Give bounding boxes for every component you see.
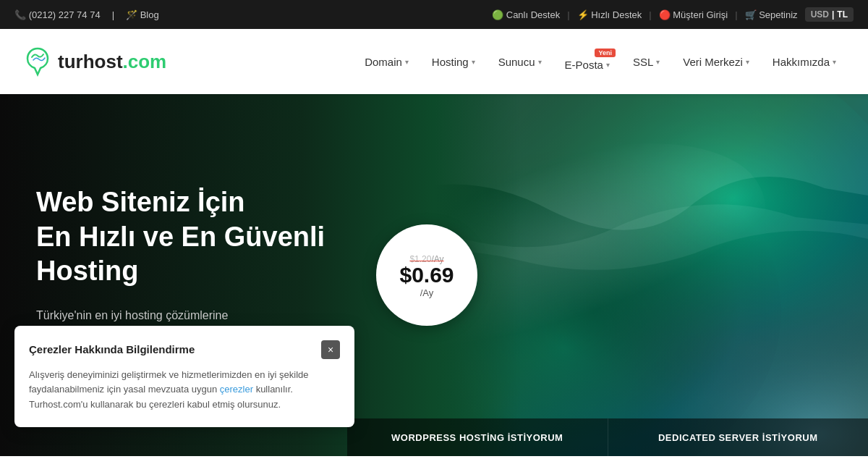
lang-usd: USD xyxy=(811,9,829,20)
hero-bottom-buttons: WORDPRESS HOSTİNG İSTİYORUM DEDICATED SE… xyxy=(347,418,868,456)
power-icon: 🔴 xyxy=(659,9,671,20)
top-bar-right: 🟢 Canlı Destek | ⚡ Hızlı Destek | 🔴 Müşt… xyxy=(492,7,854,22)
cart-icon: 🛒 xyxy=(745,9,757,20)
chevron-down-icon: ▾ xyxy=(538,58,542,66)
dedicated-server-button[interactable]: DEDICATED SERVER İSTİYORUM xyxy=(608,418,869,456)
top-bar-left: 📞 (0212) 227 74 74 | 🪄 Blog xyxy=(14,9,159,20)
logo-text: turhost.com xyxy=(58,51,166,73)
chevron-down-icon: ▾ xyxy=(472,58,475,66)
hero-section: Web Siteniz İçinEn Hızlı ve En GüvenliHo… xyxy=(0,94,868,456)
lightning-icon: ⚡ xyxy=(577,9,589,20)
musteri-girisi-link[interactable]: 🔴 Müşteri Girişi xyxy=(659,9,728,20)
hizli-destek-link[interactable]: ⚡ Hızlı Destek xyxy=(577,9,642,20)
cookie-policy-link[interactable]: çerezler xyxy=(220,384,253,395)
cookie-close-button[interactable]: × xyxy=(321,340,340,359)
price-unit: /Ay xyxy=(420,287,434,298)
chevron-down-icon: ▾ xyxy=(656,58,660,66)
sepet-link[interactable]: 🛒 Sepetiniz xyxy=(745,9,798,20)
price-circle: $1.20/Ay $0.69 /Ay xyxy=(376,224,477,326)
chevron-down-icon: ▾ xyxy=(606,61,610,69)
header: turhost.com Domain ▾ Hosting ▾ Sunucu ▾ … xyxy=(0,29,868,94)
chevron-down-icon: ▾ xyxy=(746,58,749,66)
main-nav: Domain ▾ Hosting ▾ Sunucu ▾ Yeni E-Posta… xyxy=(354,47,846,77)
nav-ssl[interactable]: SSL ▾ xyxy=(623,50,670,74)
blog-icon: 🪄 xyxy=(126,9,137,20)
phone-icon: 📞 xyxy=(14,9,26,20)
top-bar: 📞 (0212) 227 74 74 | 🪄 Blog 🟢 Canlı Dest… xyxy=(0,0,868,29)
chevron-down-icon: ▾ xyxy=(405,58,409,66)
nav-hosting[interactable]: Hosting ▾ xyxy=(422,50,485,74)
phone-number: (0212) 227 74 74 xyxy=(29,9,101,20)
logo-icon xyxy=(22,46,54,77)
cookie-banner: Çerezler Hakkında Bilgilendirme × Alışve… xyxy=(14,326,354,427)
blog-link[interactable]: 🪄 Blog xyxy=(126,9,159,20)
cookie-text: Alışveriş deneyiminizi geliştirmek ve hi… xyxy=(29,368,340,413)
cookie-header: Çerezler Hakkında Bilgilendirme × xyxy=(29,340,340,359)
logo[interactable]: turhost.com xyxy=(22,46,166,77)
price-new: $0.69 xyxy=(399,264,454,286)
lang-tl: TL xyxy=(837,9,848,20)
new-badge: Yeni xyxy=(595,49,616,57)
nav-veri-merkezi[interactable]: Veri Merkezi ▾ xyxy=(673,50,760,74)
nav-domain[interactable]: Domain ▾ xyxy=(354,50,419,74)
lang-switcher[interactable]: USD | TL xyxy=(805,7,854,22)
nav-eposta[interactable]: Yeni E-Posta ▾ xyxy=(555,47,620,77)
nav-hakkimizda[interactable]: Hakkımızda ▾ xyxy=(762,50,846,74)
phone-link[interactable]: 📞 (0212) 227 74 74 xyxy=(14,9,101,20)
chat-icon: 🟢 xyxy=(492,9,503,20)
nav-sunucu[interactable]: Sunucu ▾ xyxy=(488,50,552,74)
hero-title: Web Siteniz İçinEn Hızlı ve En GüvenliHo… xyxy=(36,185,325,289)
wordpress-hosting-button[interactable]: WORDPRESS HOSTİNG İSTİYORUM xyxy=(347,418,608,456)
canli-destek-link[interactable]: 🟢 Canlı Destek xyxy=(492,9,560,20)
cookie-title: Çerezler Hakkında Bilgilendirme xyxy=(29,343,195,355)
chevron-down-icon: ▾ xyxy=(833,58,836,66)
